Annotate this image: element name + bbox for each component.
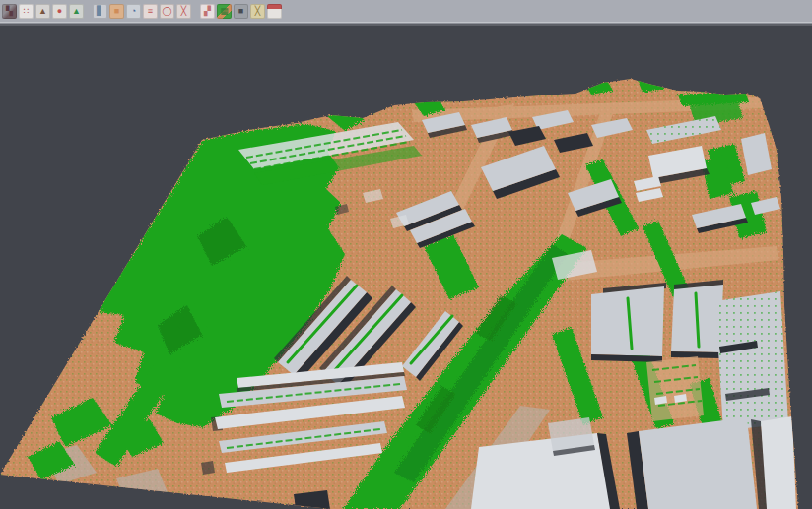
red-rows-icon[interactable]: ≡ bbox=[143, 4, 158, 19]
point-marker-icon[interactable]: ● bbox=[52, 4, 67, 19]
main-toolbar: ▚∷▲●▲▋■◔≡◯╳▞▦■╳▔ bbox=[0, 0, 812, 22]
green-hill-icon[interactable]: ▲ bbox=[69, 4, 84, 19]
red-circle-icon[interactable]: ◯ bbox=[160, 4, 174, 19]
wall-panel-icon[interactable]: ▋ bbox=[93, 4, 107, 19]
terrain-hill-icon[interactable]: ▲ bbox=[35, 4, 50, 19]
toolbar-divider bbox=[0, 22, 812, 26]
checker-diamond-icon[interactable]: ▞ bbox=[200, 4, 215, 19]
measure-x-icon[interactable]: ╳ bbox=[250, 4, 265, 19]
viewport-3d[interactable] bbox=[0, 0, 812, 509]
classified-map-icon[interactable]: ▦ bbox=[217, 4, 232, 19]
globe-sync-icon[interactable]: ◔ bbox=[126, 4, 141, 19]
points-dark-icon[interactable]: ▚ bbox=[2, 4, 17, 19]
camera-dark-icon[interactable]: ■ bbox=[234, 4, 248, 19]
red-header-card-icon[interactable]: ▔ bbox=[267, 4, 282, 19]
crop-marks-icon[interactable]: ╳ bbox=[176, 4, 191, 19]
scatter-points-icon[interactable]: ∷ bbox=[19, 4, 34, 19]
orange-square-icon[interactable]: ■ bbox=[109, 4, 124, 19]
